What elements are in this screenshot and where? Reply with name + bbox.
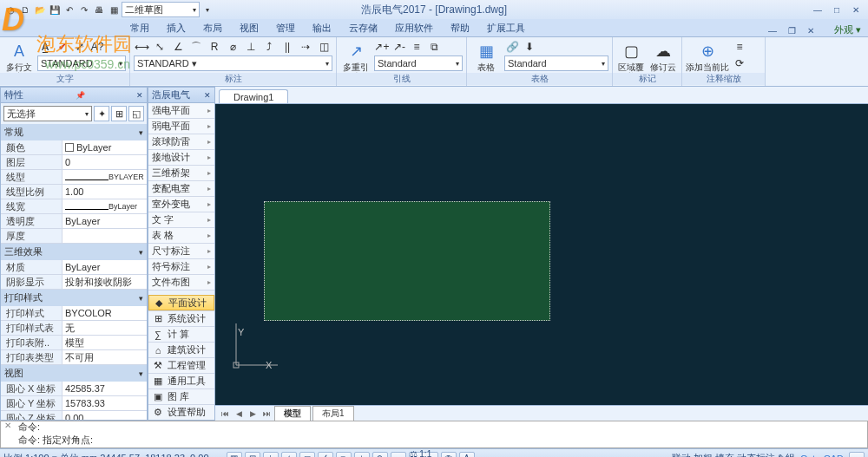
cat-item[interactable]: 文件布图▸ bbox=[148, 275, 214, 291]
dim-arc-icon[interactable]: ⌒ bbox=[188, 39, 204, 55]
doc-minimize-button[interactable]: — bbox=[764, 24, 781, 36]
prop-group-view[interactable]: 视图 bbox=[1, 365, 147, 382]
prop-row[interactable]: 厚度 bbox=[1, 229, 147, 244]
pickadd-icon[interactable]: ⊞ bbox=[111, 106, 127, 121]
nav-item[interactable]: ⊞系统设计 bbox=[148, 310, 214, 326]
otrack-icon[interactable]: ∠ bbox=[318, 452, 333, 458]
annovis-icon[interactable]: 👁 bbox=[441, 452, 457, 458]
layout-first-icon[interactable]: ⏮ bbox=[219, 408, 231, 420]
layout-prev-icon[interactable]: ◀ bbox=[233, 408, 245, 420]
layout-last-icon[interactable]: ⏭ bbox=[260, 408, 273, 420]
tab-apps[interactable]: 应用软件 bbox=[386, 20, 442, 36]
save-icon[interactable]: 💾 bbox=[48, 3, 62, 16]
table-style-combo[interactable]: Standard▾ bbox=[504, 55, 608, 71]
redo-icon[interactable]: ↷ bbox=[77, 3, 91, 16]
scale-text-icon[interactable]: ⤢ bbox=[72, 39, 88, 55]
lweight-icon[interactable]: ≡ bbox=[336, 452, 352, 458]
prop-row[interactable]: 阴影显示投射和接收阴影 bbox=[1, 275, 147, 290]
cat-item[interactable]: 变配电室▸ bbox=[148, 181, 214, 197]
close-catpanel-icon[interactable]: ✕ bbox=[204, 91, 211, 100]
prop-row[interactable]: 颜色ByLayer bbox=[1, 140, 147, 155]
cat-item[interactable]: 接地设计▸ bbox=[148, 150, 214, 166]
prop-row[interactable]: 打印样式表无 bbox=[1, 321, 147, 336]
cat-item[interactable]: 尺寸标注▸ bbox=[148, 244, 214, 259]
cat-item[interactable]: 强电平面▸ bbox=[148, 103, 214, 119]
tab-help[interactable]: 帮助 bbox=[442, 20, 478, 36]
prop-row[interactable]: 材质ByLayer bbox=[1, 260, 147, 275]
prop-row[interactable]: 线型 BYLAYER bbox=[1, 170, 147, 185]
dim-tol-icon[interactable]: ◫ bbox=[316, 39, 332, 55]
doc-restore-button[interactable]: ❐ bbox=[783, 24, 800, 36]
qat-more-icon[interactable]: ▾ bbox=[201, 3, 214, 16]
tab-layout[interactable]: 布局 bbox=[194, 20, 231, 36]
text-tool-icon[interactable]: A̲ bbox=[37, 39, 53, 55]
check-icon[interactable]: ✔ bbox=[55, 39, 70, 55]
dim-ordinate-icon[interactable]: ⊥ bbox=[243, 39, 259, 55]
nav-item[interactable]: ▣图 库 bbox=[148, 388, 214, 404]
cat-item[interactable]: 符号标注▸ bbox=[148, 259, 214, 275]
grid-icon[interactable]: ⊞ bbox=[245, 452, 260, 458]
prop-row[interactable]: 圆心 Z 坐标0.00 bbox=[1, 411, 147, 420]
cat-item[interactable]: 弱电平面▸ bbox=[148, 119, 214, 134]
leader-collect-icon[interactable]: ⧉ bbox=[426, 39, 442, 55]
selection-combo[interactable]: 无选择▾ bbox=[3, 106, 92, 121]
prop-row[interactable]: 打印表类型不可用 bbox=[1, 350, 147, 365]
prop-row[interactable]: 图层0 bbox=[1, 155, 147, 170]
minimize-button[interactable]: — bbox=[809, 3, 826, 16]
status-coords[interactable]: 比例 1:100 ▾ 单位 mm 24445.57, 18118.23, 0.0… bbox=[3, 452, 209, 457]
tab-output[interactable]: 输出 bbox=[304, 20, 340, 36]
dim-angular-icon[interactable]: ∠ bbox=[170, 39, 186, 55]
cat-item[interactable]: 滚球防雷▸ bbox=[148, 134, 214, 150]
dim-style-combo[interactable]: STANDARD ▾▾ bbox=[134, 55, 332, 71]
close-panel-icon[interactable]: ✕ bbox=[136, 91, 143, 100]
tab-insert[interactable]: 插入 bbox=[158, 20, 194, 36]
tab-extend[interactable]: 扩展工具 bbox=[478, 20, 534, 36]
print-icon[interactable]: 🖶 bbox=[92, 3, 106, 16]
status-menu-icon[interactable]: ▾ bbox=[849, 452, 865, 458]
undo-icon[interactable]: ↶ bbox=[62, 3, 76, 16]
dyn-icon[interactable]: + bbox=[354, 452, 370, 458]
close-button[interactable]: ✕ bbox=[847, 3, 865, 16]
leader-align-icon[interactable]: ≡ bbox=[409, 39, 424, 55]
nav-item[interactable]: ◆平面设计 bbox=[148, 295, 214, 310]
command-line[interactable]: ✕命令: 命令: 指定对角点: bbox=[0, 421, 868, 448]
prop-row[interactable]: 圆心 Y 坐标15783.93 bbox=[1, 396, 147, 411]
dim-jog-icon[interactable]: ⤴ bbox=[261, 39, 277, 55]
cat-item[interactable]: 文 字▸ bbox=[148, 212, 214, 228]
layout-next-icon[interactable]: ▶ bbox=[247, 408, 259, 420]
drawing-canvas[interactable]: YX bbox=[215, 104, 868, 405]
layout-model[interactable]: 模型 bbox=[274, 406, 311, 421]
prop-row[interactable]: 打印样式BYCOLOR bbox=[1, 306, 147, 321]
dim-radius-icon[interactable]: R bbox=[207, 39, 222, 55]
cat-item[interactable]: 室外变电▸ bbox=[148, 197, 214, 212]
layout-1[interactable]: 布局1 bbox=[312, 406, 354, 421]
open-icon[interactable]: 📂 bbox=[33, 3, 47, 16]
tab-view[interactable]: 视图 bbox=[231, 20, 267, 36]
nav-item[interactable]: ⌂建筑设计 bbox=[148, 342, 214, 357]
prop-row[interactable]: 线宽 ByLayer bbox=[1, 199, 147, 214]
nav-item[interactable]: ▦通用工具 bbox=[148, 373, 214, 388]
prop-group-print[interactable]: 打印样式 bbox=[1, 290, 147, 306]
table-extract-icon[interactable]: ⬇ bbox=[522, 39, 537, 55]
tab-manage[interactable]: 管理 bbox=[267, 20, 304, 36]
pin-icon[interactable]: 📌 bbox=[76, 91, 85, 100]
maximize-button[interactable]: □ bbox=[828, 3, 845, 16]
prop-row[interactable]: 透明度ByLayer bbox=[1, 214, 147, 229]
scale-sync-icon[interactable]: ⟳ bbox=[732, 55, 747, 71]
dim-baseline-icon[interactable]: || bbox=[279, 39, 295, 55]
selectobj-icon[interactable]: ◱ bbox=[128, 106, 144, 121]
autoscale-icon[interactable]: A bbox=[459, 452, 475, 458]
leader-style-combo[interactable]: Standard▾ bbox=[374, 55, 463, 71]
osnap-icon[interactable]: ◻ bbox=[299, 452, 315, 458]
doc-close-button[interactable]: ✕ bbox=[802, 24, 819, 36]
table-button[interactable]: ▦ 表格 bbox=[470, 39, 502, 72]
quickselect-icon[interactable]: ✦ bbox=[94, 106, 109, 121]
plot-icon[interactable]: ▦ bbox=[107, 3, 121, 16]
cat-item[interactable]: 三维桥架▸ bbox=[148, 166, 214, 181]
find-icon[interactable]: A? bbox=[89, 39, 105, 55]
leader-remove-icon[interactable]: ↗- bbox=[391, 39, 407, 55]
properties-header[interactable]: 特性 📌 ✕ bbox=[1, 88, 147, 103]
tab-cloud[interactable]: 云存储 bbox=[340, 20, 386, 36]
dim-aligned-icon[interactable]: ⤡ bbox=[152, 39, 168, 55]
appearance-menu[interactable]: 外观 ▾ bbox=[834, 23, 861, 36]
